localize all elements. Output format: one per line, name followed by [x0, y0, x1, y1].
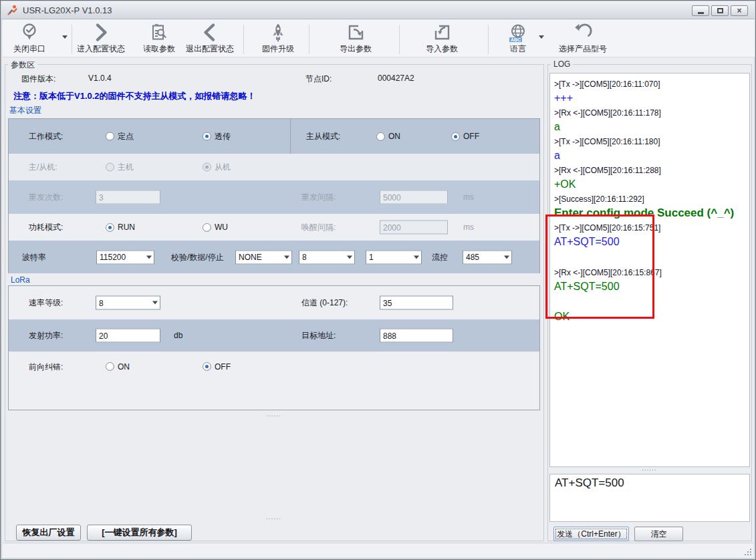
channel-input[interactable] [380, 296, 453, 310]
splitter-handle[interactable]: ...... [266, 412, 281, 416]
work-mode-label: 工作模式: [29, 131, 63, 142]
tx-power-label: 发射功率: [29, 330, 63, 341]
toolbar-button-enter-config[interactable]: 进入配置状态 [74, 23, 128, 55]
splitter-handle[interactable]: ...... [642, 466, 657, 470]
maximize-button[interactable] [711, 5, 729, 16]
row-uart: 波特率 115200 校验/数据/停止 NONE 8 1 流控 485 [9, 241, 539, 273]
rate-level-select[interactable]: 8 [96, 296, 160, 310]
toolbar-button-close-serial[interactable]: 关闭串口 [13, 23, 45, 55]
chevron-left-icon [200, 23, 220, 43]
row-master-or-slave: 主/从机: 主机 从机 [9, 154, 539, 180]
toolbar-separator [488, 25, 489, 54]
radio-checked-icon [203, 163, 211, 172]
radio-power-run[interactable]: RUN [106, 223, 135, 232]
send-button[interactable]: 发送（Ctrl+Enter） [553, 527, 629, 541]
log-groupbox: LOG >[Tx ->][COM5][20:16:11:070]+++>[Rx … [547, 64, 752, 541]
log-group-label: LOG [551, 59, 573, 69]
master-slave-mode-label: 主从模式: [306, 131, 340, 142]
log-line: >[Rx <-][COM5][20:16:11:178] [554, 106, 745, 120]
rate-level-label: 速率等级: [29, 297, 63, 309]
window-title: USR-LG20X-P V1.0.13 [23, 5, 112, 15]
radio-work-mode-transparent[interactable]: 透传 [203, 131, 231, 142]
lora-settings-panel: 速率等级: 8 信道 (0-127): 发射功率: db 目标地址: 前向纠错:… [8, 285, 540, 410]
radio-power-wu[interactable]: WU [203, 223, 228, 232]
radio-checked-icon [203, 132, 211, 141]
toolbar-button-exit-config[interactable]: 退出配置状态 [183, 23, 237, 55]
clear-button[interactable]: 清空 [634, 527, 683, 541]
radio-master-slave-on[interactable]: ON [376, 132, 400, 141]
radio-work-mode-fixed[interactable]: 定点 [106, 131, 134, 142]
power-mode-label: 功耗模式: [29, 222, 63, 233]
resend-times-input [96, 190, 160, 204]
channel-label: 信道 (0-127): [301, 297, 348, 309]
resize-grip-icon[interactable] [744, 548, 751, 555]
maximize-icon [717, 8, 723, 13]
row-rate-level: 速率等级: 8 信道 (0-127): [9, 286, 539, 319]
chevron-down-icon [344, 251, 354, 263]
abc-badge: ABC [509, 37, 522, 42]
tx-power-input[interactable] [96, 329, 160, 343]
undo-arrow-icon [573, 23, 593, 43]
baud-rate-select[interactable]: 115200 [96, 250, 154, 264]
toolbar-button-read-params[interactable]: 读取参数 [139, 23, 179, 55]
params-groupbox: 参数区 固件版本: V1.0.4 节点ID: 000427A2 注意：版本低于V… [5, 64, 544, 541]
firmware-version-value: V1.0.4 [88, 74, 112, 83]
toolbar-button-export-params[interactable]: 导出参数 [336, 23, 376, 55]
resend-interval-unit: ms [463, 192, 474, 202]
target-address-label: 目标地址: [301, 330, 336, 341]
target-address-input[interactable] [380, 329, 453, 343]
radio-master: 主机 [106, 162, 134, 173]
app-window: USR-LG20X-P V1.0.13 × 关闭串口 进入配置状态 [0, 0, 756, 560]
minimize-button[interactable] [692, 5, 709, 16]
chevron-down-icon[interactable] [62, 35, 68, 39]
close-icon: × [737, 7, 741, 14]
restore-factory-button[interactable]: 恢复出厂设置 [16, 525, 81, 541]
stop-bits-select[interactable]: 1 [366, 250, 422, 264]
parity-select[interactable]: NONE [235, 250, 292, 264]
at-command-input[interactable]: AT+SQT=500 [549, 474, 750, 522]
close-button[interactable]: × [731, 5, 748, 16]
doc-search-icon [149, 23, 169, 43]
splitter-handle[interactable]: ...... [266, 515, 281, 519]
radio-fec-on[interactable]: ON [106, 362, 130, 372]
toolbar-separator [72, 25, 72, 54]
toolbar-separator [309, 25, 309, 54]
radio-icon [376, 132, 385, 141]
chevron-down-icon[interactable] [539, 35, 544, 39]
resend-times-label: 重发次数: [29, 192, 63, 203]
parity-data-stop-label: 校验/数据/停止 [171, 251, 224, 263]
log-line: a [554, 148, 745, 162]
row-work-mode: 工作模式: 定点 透传 主从模式: ON OFF [9, 119, 539, 154]
set-all-params-button[interactable]: [一键设置所有参数] [87, 525, 192, 541]
log-line: AT+SQT=500 [554, 235, 745, 249]
toolbar-separator [243, 25, 244, 54]
resend-interval-input [380, 190, 448, 204]
toolbar-button-language[interactable]: ABC 语言 [503, 23, 533, 55]
log-line: >[Success][20:16:11:292] [554, 192, 745, 206]
chevron-down-icon [150, 297, 160, 309]
log-output[interactable]: >[Tx ->][COM5][20:16:11:070]+++>[Rx <-][… [549, 73, 750, 467]
flow-control-select[interactable]: 485 [463, 250, 512, 264]
radio-icon [106, 362, 114, 371]
divider [290, 119, 291, 154]
radio-master-slave-off[interactable]: OFF [451, 132, 479, 141]
radio-icon [203, 223, 211, 232]
fec-label: 前向纠错: [29, 361, 63, 372]
title-bar[interactable]: USR-LG20X-P V1.0.13 × [1, 1, 755, 19]
toolbar-button-firmware-upgrade[interactable]: 固件升级 [258, 23, 298, 55]
log-line: OK [554, 309, 745, 323]
radio-fec-off[interactable]: OFF [203, 362, 231, 372]
toolbar-button-import-params[interactable]: 导入参数 [422, 23, 462, 55]
data-bits-select[interactable]: 8 [299, 250, 355, 264]
wake-interval-unit: ms [463, 223, 474, 232]
radio-checked-icon [451, 132, 460, 141]
node-id-value: 000427A2 [378, 74, 414, 83]
wake-interval-input [380, 221, 448, 235]
log-line: AT+SQT=500 [554, 279, 745, 293]
log-line [554, 249, 745, 265]
wake-interval-label: 唤醒间隔: [301, 222, 336, 233]
resend-interval-label: 重发间隔: [301, 192, 336, 203]
toolbar-button-select-model[interactable]: 选择产品型号 [552, 23, 614, 55]
toolbar-separator [399, 25, 400, 54]
notice-text: 注意：版本低于V1.0.2的固件不支持主从模式，如报错请忽略！ [13, 90, 256, 102]
